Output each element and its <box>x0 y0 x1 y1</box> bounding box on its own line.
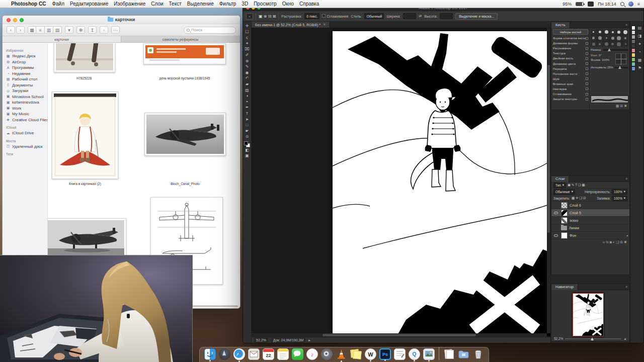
menu-type[interactable]: Текст <box>169 1 182 7</box>
finder-tab-inactive[interactable]: самолеты референсы <box>121 36 240 42</box>
siri-icon[interactable] <box>628 2 633 7</box>
brush-option-texture[interactable]: Текстура <box>553 51 588 56</box>
dock-icon-safari[interactable] <box>233 348 245 360</box>
zoom-button[interactable] <box>20 18 24 22</box>
checkbox[interactable] <box>586 82 588 85</box>
dock-icon-stickies[interactable] <box>350 348 362 360</box>
layer-filter-icons[interactable]: ▣ ✎ T ❏ ▦ <box>568 183 585 187</box>
dodge-tool[interactable]: ◓ <box>246 99 249 105</box>
brush-size-slider[interactable] <box>603 49 628 51</box>
vertical-scrollbar[interactable] <box>547 28 550 333</box>
spotlight-icon[interactable] <box>620 2 624 6</box>
minimize-button[interactable] <box>13 18 17 22</box>
tab-layers[interactable]: Слои <box>551 176 569 182</box>
magic-wand-tool[interactable]: ✶ <box>246 41 249 47</box>
sidebar-item-airdrop[interactable]: ◍AirDrop <box>6 59 47 65</box>
brush-option-shape-dynamics[interactable]: Динамика формы <box>553 41 588 46</box>
foreground-background-colors[interactable] <box>244 141 250 147</box>
brush-option-dual-brush[interactable]: Двойная кисть <box>553 56 588 61</box>
file-thumbnail-bloch-photo[interactable] <box>144 113 226 156</box>
menu-view[interactable]: Просмотр <box>254 1 277 7</box>
eraser-tool[interactable]: ▰ <box>246 81 249 87</box>
dock-icon-documents-stack[interactable] <box>443 348 455 360</box>
dock-icon-vlc[interactable] <box>336 348 347 360</box>
fill-value[interactable]: 100%▾ <box>612 196 627 201</box>
tags-button[interactable]: ◦ <box>100 26 108 34</box>
notification-center-icon[interactable]: ≡ <box>637 2 640 7</box>
menu-filter[interactable]: Фильтр <box>219 1 236 7</box>
crop-tool[interactable]: ⌧ <box>245 46 249 52</box>
dock-icon-launchpad[interactable] <box>219 348 230 360</box>
lock-icons[interactable]: ▩ ✛ ❏ ⊡ <box>572 196 586 200</box>
dock-icon-calendar[interactable]: 22 <box>263 348 274 360</box>
current-tool-icon[interactable]: ▫ <box>246 13 253 20</box>
brush-spacing-slider[interactable] <box>615 67 628 68</box>
menu-3d[interactable]: 3D <box>242 1 248 7</box>
feather-input[interactable]: 0 пикс. <box>304 13 319 19</box>
brush-roundness-value[interactable]: Форма: 100% <box>591 58 609 62</box>
dock-icon-system-preferences[interactable] <box>321 348 333 360</box>
menu-select[interactable]: Выделение <box>187 1 214 7</box>
lasso-tool[interactable]: ς <box>246 35 248 41</box>
dock-icon-downloads-folder[interactable] <box>458 348 469 360</box>
dock-icon-quicktime[interactable]: Q <box>409 348 420 360</box>
brush-presets-button[interactable]: Наборы кистей <box>553 29 588 35</box>
brush-tip-grid[interactable] <box>591 29 628 47</box>
share-button[interactable]: ↥ <box>88 26 97 34</box>
sidebar-item-downloads[interactable]: ◎Загрузки <box>6 88 47 94</box>
brush-panel-footer-icons[interactable]: ▦ ⊞ ✖ <box>591 103 628 109</box>
adjustments-panel-icon[interactable]: ◨ <box>638 34 642 38</box>
back-button[interactable]: ‹ <box>7 26 15 34</box>
action-gear-button[interactable]: ✻ <box>76 26 85 34</box>
brush-angle-value[interactable]: Угол: 0° <box>591 53 609 58</box>
checkbox[interactable] <box>586 98 588 101</box>
pasteboard[interactable] <box>252 28 550 337</box>
view-list-button[interactable]: ≡ <box>36 26 45 34</box>
dock-icon-mail[interactable] <box>248 348 260 360</box>
sidebar-item-yandex-disk[interactable]: ▦Яндекс.Диск <box>6 53 47 59</box>
group-button[interactable]: ▾ <box>65 26 73 34</box>
blur-tool[interactable]: ◑ <box>246 93 249 99</box>
brush-option-noise[interactable]: Шум <box>553 76 588 81</box>
shape-tool[interactable]: □ <box>246 122 249 128</box>
move-tool[interactable]: ✛ <box>246 23 249 29</box>
checkbox[interactable] <box>586 37 588 40</box>
checkbox[interactable] <box>586 57 588 60</box>
type-tool[interactable]: T <box>246 111 249 117</box>
layer-thumbnail[interactable] <box>561 210 568 216</box>
brush-option-tip-shape[interactable]: Форма отпечатка кисти <box>553 36 588 41</box>
screen-mode-icon[interactable]: ▣ <box>245 153 249 159</box>
brush-tool[interactable]: ✎ <box>246 64 249 70</box>
sidebar-item-personal-folder[interactable]: ▣kefaminevdova <box>6 100 47 106</box>
checkbox[interactable] <box>586 93 588 96</box>
brush-option-brush-pose[interactable]: Положение кисти <box>553 71 588 76</box>
dock-icon-photoshop[interactable]: Ps <box>379 348 391 360</box>
gradient-tool[interactable]: ▨ <box>245 87 249 94</box>
sidebar-item-desktop[interactable]: ▤Рабочий стол <box>6 76 47 82</box>
forward-button[interactable]: › <box>16 26 25 34</box>
sidebar-item-school-folder[interactable]: ▣Minaslova School <box>6 94 47 100</box>
view-gallery-button[interactable]: ▤ <box>53 26 62 34</box>
sidebar-item-documents[interactable]: ▯Документы <box>6 82 47 88</box>
view-columns-button[interactable]: ▥ <box>45 26 53 34</box>
menu-layers[interactable]: Слои <box>151 1 163 7</box>
healing-tool[interactable]: ⊕ <box>246 58 249 64</box>
hand-tool[interactable]: ☛ <box>245 128 249 134</box>
layer-thumbnail[interactable] <box>561 232 568 239</box>
link-dimensions-icon[interactable]: ⇄ <box>419 14 422 18</box>
sidebar-item-recents[interactable]: ◔Недавние <box>6 71 47 77</box>
navigator-zoom-value[interactable]: 52,2% <box>554 337 563 340</box>
dock-icon-photos-viewer[interactable] <box>423 348 435 360</box>
file-thumbnail-propellers[interactable] <box>54 43 115 72</box>
panel-menu-icon[interactable]: ≡ <box>625 23 627 27</box>
opacity-value[interactable]: 100%▾ <box>612 189 627 195</box>
checkbox[interactable] <box>586 87 588 90</box>
dock-icon-wacom[interactable]: W <box>365 348 376 360</box>
menu-app-name[interactable]: Photoshop CC <box>11 1 46 7</box>
styles-panel-icon[interactable]: ✦ <box>638 42 641 46</box>
brush-option-wet-edges[interactable]: Влажные края <box>553 81 588 86</box>
layer-filter-select[interactable]: Тип▾ <box>553 183 566 188</box>
zoom-in-icon[interactable]: ▲ <box>623 337 627 340</box>
file-thumbnail-parked-plane[interactable] <box>48 218 126 260</box>
select-and-mask-button[interactable]: Выделение и маска... <box>455 13 498 20</box>
